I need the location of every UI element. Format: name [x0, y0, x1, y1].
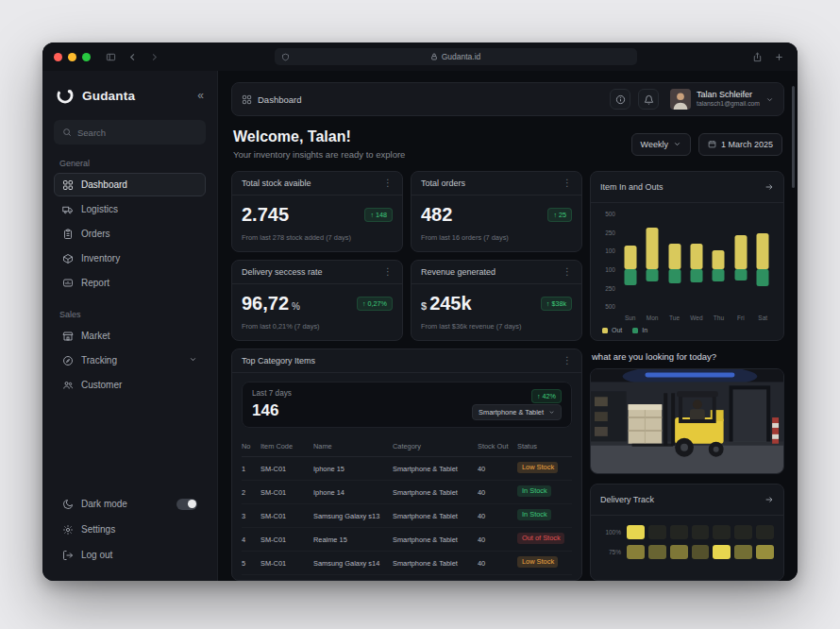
new-tab-icon[interactable] [771, 49, 786, 64]
status-badge: Low Stock [517, 462, 558, 473]
top-category-card: Top Category Items ⋮ Last 7 days 146 ↑ 4… [231, 348, 582, 581]
y-tick-label: 100 [600, 267, 615, 274]
browser-sidebar-toggle-icon[interactable] [103, 49, 118, 64]
sidebar: Gudanta « General Dashboard Logistics Or… [42, 71, 218, 581]
x-tick-label: Tue [664, 314, 685, 321]
total-stock-card: Total stock avaible ⋮ 2.745 ↑ 148 From l… [231, 171, 403, 252]
table-cell: Iphone 15 [313, 465, 393, 473]
minimize-window-button[interactable] [68, 53, 76, 61]
notifications-button[interactable] [638, 89, 659, 110]
sidebar-collapse-icon[interactable]: « [197, 89, 204, 102]
table-cell: 40 [478, 536, 517, 544]
sidebar-item-label: Market [81, 331, 110, 341]
clipboard-icon [62, 229, 74, 240]
browser-window: Gudanta.id Gudanta « General [42, 42, 798, 581]
category-filter-select[interactable]: Smartphone & Tablet [472, 404, 562, 420]
column-header: No [242, 442, 260, 450]
section-label-sales: Sales [59, 310, 200, 319]
bell-icon [644, 94, 654, 105]
sidebar-item-logout[interactable]: Log out [54, 543, 206, 567]
arrow-right-icon[interactable] [764, 178, 774, 196]
in-bar [757, 269, 769, 286]
sidebar-item-report[interactable]: Report [54, 271, 206, 295]
main-content: Dashboard Talan Schleifer [218, 71, 798, 581]
delta-badge: ↑ 148 [364, 208, 393, 222]
sidebar-item-customer[interactable]: Customer [54, 373, 206, 397]
chevron-down-icon[interactable] [189, 355, 197, 366]
stat-value: 482 [421, 204, 452, 226]
search-box[interactable] [54, 120, 206, 144]
card-title: Revenue generated [421, 267, 496, 277]
close-window-button[interactable] [54, 53, 62, 61]
x-tick-label: Thu [708, 314, 730, 321]
sidebar-item-orders[interactable]: Orders [54, 222, 206, 246]
date-label: 1 March 2025 [721, 140, 773, 149]
sidebar-item-logistics[interactable]: Logistics [54, 197, 206, 221]
warehouse-photo [590, 368, 784, 474]
date-picker[interactable]: 1 March 2025 [698, 133, 782, 156]
stat-caption: From last 0,21% (7 days) [242, 322, 393, 331]
table-cell: Iphone 14 [313, 488, 393, 497]
table-cell: Smartphone & Tablet [393, 536, 478, 544]
kebab-menu-icon[interactable]: ⋮ [563, 356, 572, 366]
kebab-menu-icon[interactable]: ⋮ [383, 267, 393, 277]
table-header-row: NoItem CodeNameCategoryStock OutStatus [242, 436, 572, 457]
sidebar-item-settings[interactable]: Settings [54, 518, 206, 541]
total-orders-card: Total orders ⋮ 482 ↑ 25 From last 16 ord… [411, 171, 582, 252]
sidebar-item-inventory[interactable]: Inventory [54, 246, 206, 270]
stat-caption: From last 16 orders (7 days) [421, 233, 572, 242]
legend-item: In [632, 327, 647, 333]
in-bar [734, 269, 747, 280]
table-row: 2SM-C01Iphone 14Smartphone & Tablet40In … [242, 481, 572, 504]
logout-label: Log out [81, 550, 112, 560]
table-cell: 4 [242, 536, 260, 544]
sidebar-item-dashboard[interactable]: Dashboard [54, 173, 206, 196]
app-header: Dashboard Talan Schleifer [231, 82, 784, 116]
table-cell: 1 [242, 465, 260, 473]
x-tick-label: Wed [685, 314, 707, 321]
back-icon[interactable] [125, 49, 140, 64]
zoom-window-button[interactable] [82, 53, 91, 61]
period-select[interactable]: Weekly [631, 133, 691, 156]
main-scrollbar[interactable] [792, 86, 795, 188]
stat-cards: Total stock avaible ⋮ 2.745 ↑ 148 From l… [231, 171, 582, 341]
bar-group [641, 211, 663, 312]
share-icon[interactable] [749, 49, 764, 64]
info-button[interactable] [610, 89, 630, 110]
sidebar-item-tracking[interactable]: Tracking [54, 348, 206, 372]
table-cell-status: Low Stock [517, 462, 572, 475]
chevron-down-icon [673, 140, 681, 148]
users-icon [62, 380, 74, 391]
legend-swatch [632, 328, 638, 333]
kebab-menu-icon[interactable]: ⋮ [563, 267, 572, 277]
arrow-right-icon[interactable] [764, 491, 774, 508]
sidebar-item-label: Inventory [81, 253, 120, 264]
legend-label: In [642, 327, 647, 333]
url-text: Gudanta.id [442, 52, 481, 61]
inout-x-labels: SunMonTueWedThuFriSat [619, 314, 774, 321]
breadcrumb[interactable]: Dashboard [242, 94, 301, 105]
dark-mode-toggle[interactable] [176, 499, 197, 510]
table-cell: 3 [242, 512, 260, 520]
table-row: 3SM-C01Samsung Galaxy s13Smartphone & Ta… [242, 504, 572, 528]
sidebar-item-market[interactable]: Market [54, 324, 206, 348]
user-menu[interactable]: Talan Schleifer talansch1@gmail.com [666, 89, 774, 110]
sidebar-item-label: Dashboard [81, 179, 127, 190]
delivery-track-card: Delivery Track 100%75% [590, 484, 784, 581]
kebab-menu-icon[interactable]: ⋮ [383, 178, 393, 188]
table-cell: Smartphone & Tablet [393, 488, 478, 497]
kebab-menu-icon[interactable]: ⋮ [563, 178, 572, 188]
bar-group [752, 211, 774, 312]
forward-icon[interactable] [146, 49, 161, 64]
x-tick-label: Fri [730, 314, 751, 321]
bar-group [664, 211, 685, 312]
status-badge: Out of Stock [517, 533, 564, 544]
status-badge: Low Stock [517, 556, 558, 568]
sidebar-item-label: Tracking [81, 355, 117, 366]
in-bar [713, 269, 725, 281]
search-input[interactable] [77, 128, 197, 138]
url-bar[interactable]: Gudanta.id [275, 48, 637, 65]
card-title: Delivery Track [600, 495, 654, 504]
dark-mode-row: Dark mode [54, 492, 206, 516]
table-cell: Smartphone & Tablet [393, 559, 478, 568]
